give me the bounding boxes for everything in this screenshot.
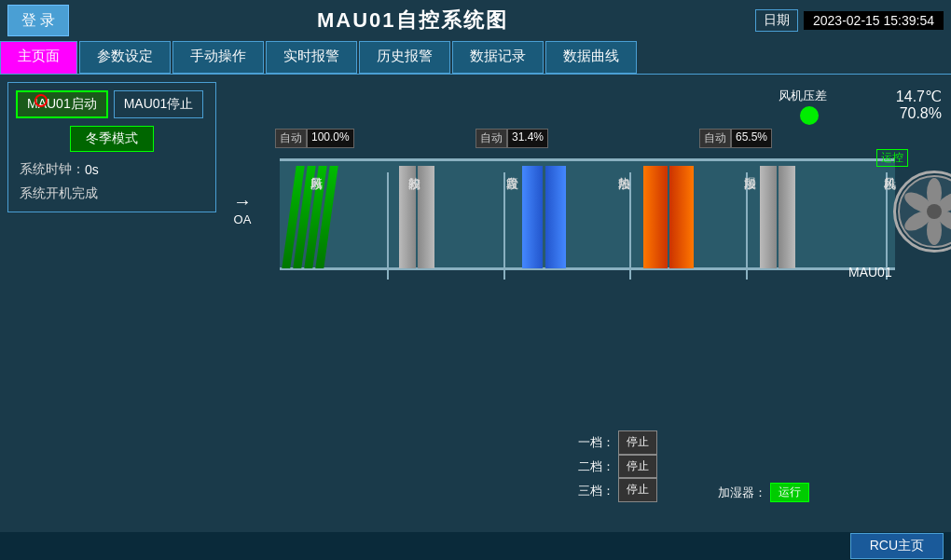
gear1-label: 一档： xyxy=(578,431,614,453)
gear1-row: 一档： 停止 xyxy=(578,430,657,455)
gear-rows: 一档： 停止 二档： 停止 三档： 停止 xyxy=(578,430,657,502)
tab-home[interactable]: 主页面 xyxy=(0,41,77,74)
oa-arrow: → OA xyxy=(233,191,252,226)
page-title: MAU01自控系统图 xyxy=(69,7,755,34)
tab-data-curve[interactable]: 数据曲线 xyxy=(545,41,637,74)
divider-3 xyxy=(629,172,631,280)
humidifier-label: 加湿器： xyxy=(718,485,766,501)
fan-svg xyxy=(897,174,951,249)
jiashi-filter xyxy=(760,166,777,268)
mode-button[interactable]: 冬季模式 xyxy=(70,126,154,152)
chuxiao-filter2 xyxy=(418,166,434,268)
main-content: MAU01启动 MAU01停止 冬季模式 系统时钟： 0s 系统开机完成 风机压… xyxy=(0,75,951,532)
start-button[interactable]: MAU01启动 xyxy=(16,90,108,118)
chuxiao-filter xyxy=(399,166,416,268)
bottom-left-info: 一档： 停止 二档： 停止 三档： 停止 xyxy=(578,430,657,502)
divider-5 xyxy=(886,172,888,280)
auto-tag-1: 自动 xyxy=(275,129,307,148)
pct-tag-3: 65.5% xyxy=(731,129,772,148)
jiare-heater2 xyxy=(669,166,694,268)
humidity-value: 70.8% xyxy=(896,105,942,122)
fan-circle xyxy=(893,171,951,253)
auto-badge-1: 自动 100.0% xyxy=(275,129,354,148)
clock-label: 系统时钟： xyxy=(20,161,85,178)
oa-label: OA xyxy=(234,212,252,226)
tab-realtime-alarm[interactable]: 实时报警 xyxy=(266,41,357,74)
gear3-label: 三档： xyxy=(578,480,614,501)
divider-2 xyxy=(503,172,505,280)
mau01-label: MAU01 xyxy=(848,265,892,280)
tab-params[interactable]: 参数设定 xyxy=(79,41,171,74)
pressure-dot xyxy=(800,106,819,125)
humidifier-row: 加湿器： 运行 xyxy=(718,483,809,502)
clock-value: 0s xyxy=(85,162,99,177)
gear2-label: 二档： xyxy=(578,456,614,477)
panguan-coil1 xyxy=(522,166,543,268)
oa-arrow-symbol: → xyxy=(233,191,252,212)
pct-tag-1: 100.0% xyxy=(307,129,354,148)
panguan-coil2 xyxy=(545,166,566,268)
gear3-row: 三档： 停止 xyxy=(578,478,657,502)
xinfeng-fins xyxy=(289,166,340,268)
tab-history-alarm[interactable]: 历史报警 xyxy=(359,41,450,74)
temp-humidity: 14.7℃ 70.8% xyxy=(896,88,942,122)
control-box: MAU01启动 MAU01停止 冬季模式 系统时钟： 0s 系统开机完成 xyxy=(7,82,216,212)
duct-container: → OA → SA xyxy=(233,149,942,307)
gear1-status: 停止 xyxy=(618,430,657,455)
auto-tag-3: 自动 xyxy=(699,129,731,148)
nav-tabs: 主页面 参数设定 手动操作 实时报警 历史报警 数据记录 数据曲线 xyxy=(0,41,951,75)
auto-badge-3: 自动 65.5% xyxy=(699,129,772,148)
start-stop-row: MAU01启动 MAU01停止 xyxy=(16,90,208,118)
gear3-status: 停止 xyxy=(618,478,657,502)
diagram-area: 风机压差 14.7℃ 70.8% 自动 100.0% 自动 31.4% 自动 6… xyxy=(224,75,951,532)
pct-tag-2: 31.4% xyxy=(507,129,548,148)
login-button[interactable]: 登 录 xyxy=(7,5,69,36)
pressure-label: 风机压差 xyxy=(779,88,827,104)
date-label: 日期 xyxy=(755,9,798,32)
gear2-row: 二档： 停止 xyxy=(578,455,657,479)
tab-manual[interactable]: 手动操作 xyxy=(172,41,264,74)
humidifier-status: 运行 xyxy=(770,483,809,502)
svg-point-7 xyxy=(927,204,942,219)
clock-row: 系统时钟： 0s xyxy=(16,159,208,180)
auto-badge-2: 自动 31.4% xyxy=(476,129,548,148)
date-box: 日期 2023-02-15 15:39:54 xyxy=(755,9,944,32)
jiare-heater1 xyxy=(643,166,668,268)
stop-button[interactable]: MAU01停止 xyxy=(114,90,204,118)
status-row: 系统开机完成 xyxy=(16,184,208,204)
jiashi-filter2 xyxy=(779,166,795,268)
yunkong-label: 运控 xyxy=(876,149,908,167)
left-panel: MAU01启动 MAU01停止 冬季模式 系统时钟： 0s 系统开机完成 xyxy=(0,75,224,532)
footer: RCU主页 xyxy=(0,532,951,560)
divider-4 xyxy=(746,172,748,280)
tab-data-log[interactable]: 数据记录 xyxy=(452,41,544,74)
date-value: 2023-02-15 15:39:54 xyxy=(804,11,944,30)
auto-tag-2: 自动 xyxy=(476,129,507,148)
rcu-button[interactable]: RCU主页 xyxy=(850,533,944,559)
temp-value: 14.7℃ xyxy=(896,88,942,105)
duct-bg xyxy=(280,158,895,270)
gear2-status: 停止 xyxy=(618,455,657,479)
divider-1 xyxy=(387,172,389,280)
header: 登 录 MAU01自控系统图 日期 2023-02-15 15:39:54 xyxy=(0,0,951,41)
